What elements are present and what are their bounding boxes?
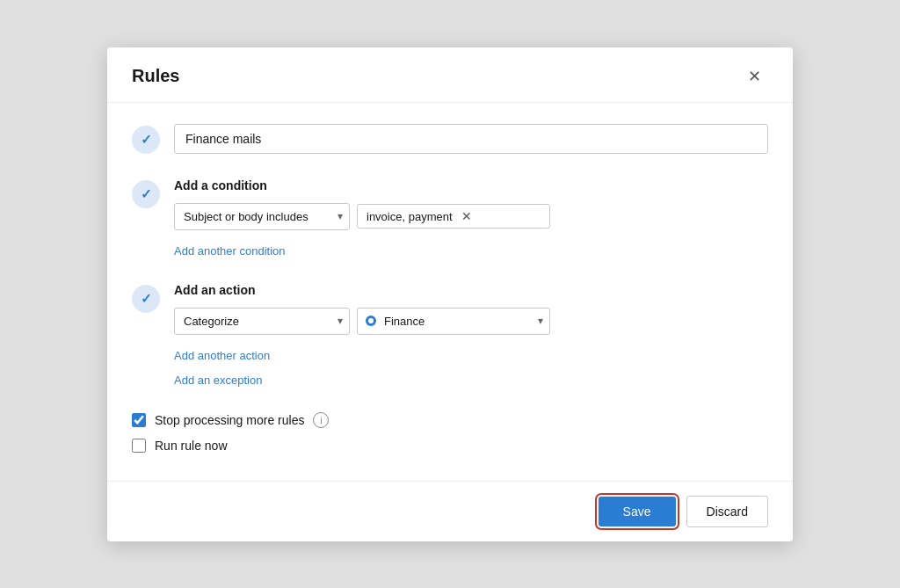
check-icon-action: ✓ bbox=[141, 291, 152, 307]
tag-input-container[interactable]: invoice, payment ✕ bbox=[357, 204, 550, 229]
rule-name-section: ✓ bbox=[132, 124, 768, 154]
rule-name-content bbox=[174, 124, 768, 154]
step-icon-name: ✓ bbox=[132, 126, 160, 154]
action-section: ✓ Add an action Categorize Move to Delet… bbox=[132, 283, 768, 388]
rules-dialog: Rules ✕ ✓ ✓ Add a condition bbox=[107, 47, 793, 541]
check-icon-condition: ✓ bbox=[141, 186, 152, 202]
condition-content: Add a condition Subject or body includes… bbox=[174, 178, 768, 258]
condition-type-select[interactable]: Subject or body includes From To Subject… bbox=[174, 203, 350, 230]
stop-processing-row: Stop processing more rules i bbox=[132, 412, 768, 428]
stop-processing-info-icon[interactable]: i bbox=[313, 412, 329, 428]
dialog-header: Rules ✕ bbox=[107, 47, 793, 103]
add-action-link[interactable]: Add another action bbox=[174, 349, 270, 362]
category-select[interactable]: Finance Work Personal bbox=[357, 308, 550, 335]
step-icon-condition: ✓ bbox=[132, 180, 160, 208]
run-rule-now-row: Run rule now bbox=[132, 439, 768, 453]
dialog-overlay: Rules ✕ ✓ ✓ Add a condition bbox=[0, 0, 900, 588]
run-rule-now-label[interactable]: Run rule now bbox=[155, 439, 228, 453]
check-icon-name: ✓ bbox=[141, 132, 152, 148]
add-condition-link[interactable]: Add another condition bbox=[174, 244, 285, 258]
action-content: Add an action Categorize Move to Delete … bbox=[174, 283, 768, 388]
add-exception-link[interactable]: Add an exception bbox=[174, 374, 262, 387]
stop-processing-checkbox[interactable] bbox=[132, 413, 146, 427]
dialog-body: ✓ ✓ Add a condition Subject or body in bbox=[107, 103, 793, 481]
tag-value: invoice, payment bbox=[367, 210, 453, 223]
condition-section: ✓ Add a condition Subject or body includ… bbox=[132, 178, 768, 258]
close-button[interactable]: ✕ bbox=[741, 65, 768, 88]
dialog-footer: Save Discard bbox=[107, 481, 793, 541]
rule-name-input[interactable] bbox=[174, 124, 768, 154]
run-rule-now-checkbox[interactable] bbox=[132, 439, 146, 453]
action-label: Add an action bbox=[174, 283, 768, 297]
condition-row: Subject or body includes From To Subject… bbox=[174, 203, 768, 230]
step-icon-action: ✓ bbox=[132, 285, 160, 313]
action-type-wrapper: Categorize Move to Delete Mark as read ▾ bbox=[174, 308, 350, 335]
dialog-title: Rules bbox=[132, 66, 179, 86]
action-type-select[interactable]: Categorize Move to Delete Mark as read bbox=[174, 308, 350, 335]
stop-processing-label[interactable]: Stop processing more rules bbox=[155, 413, 304, 427]
condition-type-wrapper: Subject or body includes From To Subject… bbox=[174, 203, 350, 230]
checkboxes-section: Stop processing more rules i Run rule no… bbox=[132, 412, 768, 453]
category-wrapper: Finance Work Personal ▾ bbox=[357, 308, 550, 335]
tag-remove-button[interactable]: ✕ bbox=[461, 209, 472, 223]
discard-button[interactable]: Discard bbox=[686, 496, 768, 527]
condition-label: Add a condition bbox=[174, 178, 768, 192]
save-button[interactable]: Save bbox=[599, 497, 676, 526]
action-row: Categorize Move to Delete Mark as read ▾ bbox=[174, 308, 768, 335]
